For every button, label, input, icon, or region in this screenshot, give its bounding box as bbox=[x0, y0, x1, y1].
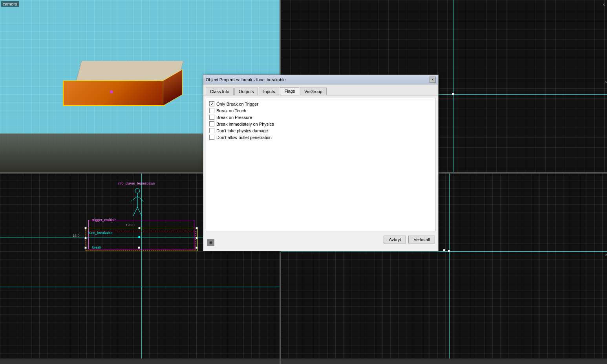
svg-line-2 bbox=[131, 196, 137, 201]
flag-checkbox-0[interactable]: ✓ bbox=[209, 101, 214, 106]
right-arrow-tr[interactable]: › bbox=[605, 79, 607, 85]
break-label: break bbox=[92, 245, 101, 249]
tab-inputs[interactable]: Inputs bbox=[259, 88, 279, 95]
svg-line-5 bbox=[137, 207, 142, 216]
handle-dot-mr bbox=[196, 237, 198, 239]
object-properties-dialog: Object Properties: break - func_breakabl… bbox=[203, 75, 439, 251]
svg-point-0 bbox=[135, 188, 140, 193]
handle-dot-tr bbox=[196, 227, 198, 229]
handle-dot-tm bbox=[138, 227, 141, 229]
flag-checkbox-2[interactable] bbox=[209, 115, 214, 120]
flag-checkbox-3[interactable] bbox=[209, 121, 214, 126]
flag-label-1: Break on Touch bbox=[216, 108, 246, 113]
main-layout: camera × › info_player_teamspawn bbox=[0, 0, 607, 364]
coord-label-128: 128.0 bbox=[126, 223, 135, 227]
flag-label-0: Only Break on Trigger bbox=[216, 102, 258, 106]
camera-label: camera bbox=[1, 1, 19, 7]
dialog-titlebar: Object Properties: break - func_breakabl… bbox=[203, 75, 438, 84]
tab-visgroup[interactable]: VisGroup bbox=[300, 88, 327, 95]
flag-item-1: Break on Touch bbox=[209, 108, 432, 113]
svg-point-8 bbox=[210, 242, 212, 243]
svg-line-4 bbox=[133, 207, 137, 216]
dialog-tabs: Class Info Outputs Inputs Flags VisGroup bbox=[203, 84, 438, 95]
flag-item-5: Don't allow bullet penetration bbox=[209, 135, 432, 140]
svg-line-3 bbox=[137, 196, 144, 201]
handle-dot-ml bbox=[84, 237, 87, 239]
flag-item-4: Don't take physics damage bbox=[209, 128, 432, 133]
flag-label-3: Break immediately on Physics bbox=[216, 122, 274, 126]
crosshair-center bbox=[138, 236, 140, 238]
handle-dot-tl bbox=[84, 227, 87, 229]
flag-label-4: Don't take physics damage bbox=[216, 128, 268, 133]
dialog-pin-icon bbox=[207, 238, 215, 247]
crosshair-dot-tr bbox=[452, 93, 454, 95]
viewport-tr-close[interactable]: × bbox=[602, 2, 605, 7]
handle-dot-br bbox=[196, 247, 198, 249]
apply-button[interactable]: Verkställ bbox=[408, 236, 435, 243]
tab-outputs[interactable]: Outputs bbox=[234, 88, 258, 95]
dialog-footer: Avbryt Verkställ bbox=[203, 234, 438, 245]
flag-checkbox-5[interactable] bbox=[209, 135, 214, 140]
box-object-3d bbox=[63, 61, 181, 112]
bottom-scroll-bl[interactable] bbox=[0, 359, 280, 364]
map-line-h-br bbox=[280, 251, 607, 252]
crosshair-dot-br bbox=[448, 250, 450, 252]
tab-flags[interactable]: Flags bbox=[280, 87, 299, 95]
crosshair-v-tr bbox=[453, 0, 453, 173]
coord-label-16: 16.0 bbox=[73, 234, 80, 238]
tab-class-info[interactable]: Class Info bbox=[206, 88, 234, 95]
flag-item-0: ✓ Only Break on Trigger bbox=[209, 101, 432, 106]
cancel-button[interactable]: Avbryt bbox=[384, 236, 406, 243]
dialog-flags-content: ✓ Only Break on Trigger Break on Touch B… bbox=[206, 98, 436, 231]
teamspawn-label: info_player_teamspawn bbox=[118, 181, 155, 185]
sel-dot-1 bbox=[443, 249, 445, 251]
flag-item-2: Break on Pressure bbox=[209, 115, 432, 120]
box-front-face bbox=[63, 80, 165, 106]
flag-label-5: Don't allow bullet penetration bbox=[216, 135, 272, 140]
handle-dot-bm bbox=[138, 247, 140, 249]
right-arrow-br[interactable]: › bbox=[605, 251, 607, 258]
flag-item-3: Break immediately on Physics bbox=[209, 121, 432, 126]
trigger-label: trigger_multiple bbox=[92, 218, 117, 222]
box-center-dot bbox=[110, 90, 113, 93]
flag-label-2: Break on Pressure bbox=[216, 115, 252, 120]
break-box bbox=[86, 231, 196, 251]
flag-checkbox-4[interactable] bbox=[209, 128, 214, 133]
dialog-icon-area bbox=[207, 238, 215, 248]
bottom-scroll-br[interactable] bbox=[280, 359, 607, 364]
dialog-close-button[interactable]: × bbox=[430, 77, 436, 83]
handle-dot-bl bbox=[84, 247, 87, 249]
flag-checkbox-1[interactable] bbox=[209, 108, 214, 113]
map-line-h2 bbox=[0, 287, 280, 287]
human-figure-svg bbox=[128, 188, 147, 221]
dialog-title: Object Properties: break - func_breakabl… bbox=[206, 77, 286, 82]
map-line-v-br bbox=[449, 173, 450, 364]
